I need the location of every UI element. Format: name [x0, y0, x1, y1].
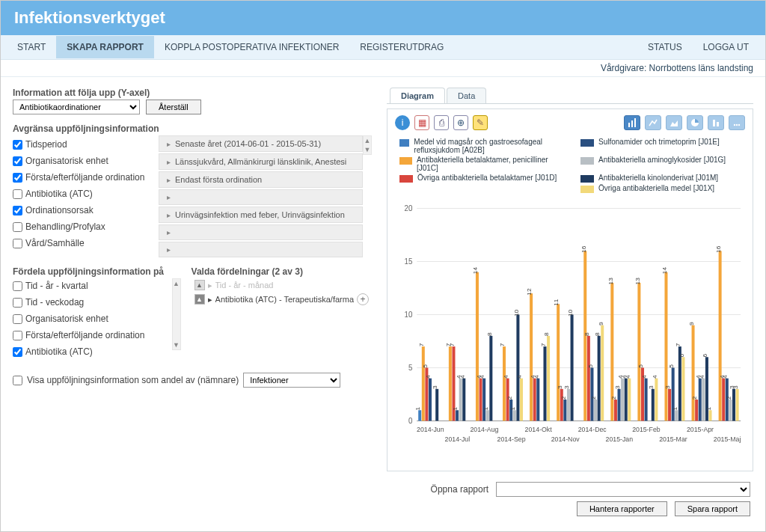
filter-accordion-item[interactable]: ▸: [159, 189, 363, 205]
andel-label: Visa uppföljningsinformation som andel a…: [27, 375, 239, 385]
filter-checkbox[interactable]: [13, 206, 22, 215]
svg-text:2014-Jun: 2014-Jun: [417, 426, 444, 433]
fordela-check-4[interactable]: Antibiotika (ATC): [13, 344, 169, 359]
edit-icon[interactable]: ✎: [473, 115, 488, 130]
provider-label: Vårdgivare: Norrbottens läns landsting: [1, 59, 765, 77]
svg-text:16: 16: [580, 245, 587, 253]
svg-text:4: 4: [426, 375, 432, 379]
fordela-scrollbar[interactable]: ▲ ▼: [172, 278, 181, 350]
filter-checkbox[interactable]: [13, 222, 22, 232]
filter-check-1[interactable]: Organisatorisk enhet: [13, 153, 159, 168]
filter-accordion-item[interactable]: ▸Senaste året (2014-06-01 - 2015-05-31): [159, 135, 363, 152]
save-report-button[interactable]: Spara rapport: [675, 501, 750, 516]
filter-accordion-item[interactable]: ▸Endast första ordination: [159, 171, 363, 188]
svg-rect-142: [699, 379, 702, 421]
svg-rect-103: [614, 400, 617, 421]
legend-swatch: [399, 157, 412, 165]
menu-koppla[interactable]: KOPPLA POSTOPERATIVA INFEKTIONER: [154, 36, 349, 58]
chart-more-icon[interactable]: [729, 115, 745, 130]
filter-label: Ordinationsorsak: [25, 205, 94, 215]
scroll-up-icon[interactable]: ▲: [364, 136, 371, 145]
print-icon[interactable]: ⎙: [434, 115, 449, 130]
zoom-icon[interactable]: ⊕: [453, 115, 468, 130]
reset-button[interactable]: Återställ: [146, 100, 201, 114]
fordela-check-2[interactable]: Organisatorisk enhet: [13, 311, 169, 326]
fordela-checkbox[interactable]: [13, 347, 22, 357]
svg-text:2014-Dec: 2014-Dec: [578, 426, 607, 433]
menu-status[interactable]: STATUS: [637, 36, 693, 58]
menu-start[interactable]: START: [7, 36, 56, 58]
andel-select[interactable]: Infektioner: [243, 373, 340, 388]
accordion-text: Länssjukvård, Allmänkirurgi länsklinik, …: [175, 157, 346, 166]
filter-accordion-item[interactable]: ▸: [159, 242, 363, 257]
filter-checkbox[interactable]: [13, 173, 22, 183]
fordela-check-1[interactable]: Tid - veckodag: [13, 295, 169, 310]
chart-line-icon[interactable]: [645, 115, 661, 130]
svg-text:5: 5: [587, 364, 594, 368]
svg-rect-61: [516, 314, 519, 421]
open-report-select[interactable]: [496, 482, 750, 497]
svg-rect-20: [418, 410, 421, 421]
fordela-checkbox[interactable]: [13, 281, 22, 291]
chevron-right-icon: ▸: [167, 193, 171, 201]
scroll-down-icon[interactable]: ▼: [173, 340, 180, 349]
chevron-right-icon: ▸: [167, 158, 171, 166]
fordela-checkbox[interactable]: [13, 314, 22, 324]
yaxis-select[interactable]: Antibiotikaordinationer: [13, 100, 140, 114]
filter-checkbox[interactable]: [13, 156, 22, 166]
filter-accordion-item[interactable]: ▸Länssjukvård, Allmänkirurgi länsklinik,…: [159, 153, 363, 170]
fordela-label: Antibiotika (ATC): [25, 346, 93, 357]
svg-text:8: 8: [544, 332, 551, 336]
move-up-icon[interactable]: ▲: [194, 294, 205, 305]
svg-text:3: 3: [564, 385, 571, 389]
filter-check-6[interactable]: Vård/Samhälle: [13, 236, 159, 251]
svg-text:5: 5: [638, 364, 645, 368]
menu-registerutdrag[interactable]: REGISTERUTDRAG: [349, 36, 454, 58]
chart-area-icon[interactable]: [666, 115, 682, 130]
chart-bar-icon[interactable]: [624, 115, 640, 130]
svg-rect-66: [530, 293, 533, 421]
svg-text:7: 7: [418, 343, 425, 346]
filter-accordion-item[interactable]: ▸Urinvägsinfektion med feber, Urinvägsin…: [159, 207, 363, 223]
filter-check-0[interactable]: Tidsperiod: [13, 137, 159, 152]
chart-stacked-icon[interactable]: [708, 115, 724, 130]
svg-text:1: 1: [453, 406, 459, 410]
menu-skapa-rapport[interactable]: SKAPA RAPPORT: [56, 36, 154, 58]
chart-pie-icon[interactable]: [687, 115, 703, 130]
svg-text:3: 3: [665, 385, 672, 389]
andel-checkbox[interactable]: [13, 376, 22, 385]
svg-text:2014-Jul: 2014-Jul: [445, 435, 471, 442]
scroll-down-icon[interactable]: ▼: [364, 145, 371, 154]
filter-checkbox[interactable]: [13, 239, 22, 248]
fordela-check-3[interactable]: Första/efterföljande ordination: [13, 328, 169, 343]
fordela-check-0[interactable]: Tid - år - kvartal: [13, 278, 169, 293]
svg-point-8: [738, 124, 740, 126]
add-icon[interactable]: +: [357, 293, 369, 305]
manage-reports-button[interactable]: Hantera rapporter: [577, 501, 667, 516]
svg-text:3: 3: [648, 385, 655, 389]
tab-diagram[interactable]: Diagram: [390, 88, 445, 103]
fordela-checkbox[interactable]: [13, 331, 22, 340]
fordela-label: Tid - år - kvartal: [25, 281, 88, 291]
filter-accordion-item[interactable]: ▸: [159, 224, 363, 240]
filter-checkbox[interactable]: [13, 140, 22, 150]
fordela-checkbox[interactable]: [13, 298, 22, 308]
svg-text:4: 4: [517, 375, 524, 379]
info-icon[interactable]: i: [395, 115, 410, 130]
filter-label: Första/efterföljande ordination: [25, 172, 144, 183]
filter-check-2[interactable]: Första/efterföljande ordination: [13, 170, 159, 185]
filter-checkbox[interactable]: [13, 189, 22, 199]
filter-check-3[interactable]: Antibiotika (ATC): [13, 186, 159, 201]
filter-check-4[interactable]: Ordinationsorsak: [13, 203, 159, 218]
svg-rect-35: [456, 410, 459, 421]
legend-swatch: [399, 139, 409, 147]
svg-text:6: 6: [678, 353, 685, 357]
svg-rect-5: [717, 122, 719, 126]
scroll-up-icon[interactable]: ▲: [173, 279, 180, 288]
filter-check-5[interactable]: Behandling/Profylax: [13, 219, 159, 234]
move-up-icon[interactable]: ▲: [194, 280, 205, 290]
menu-logout[interactable]: LOGGA UT: [693, 36, 759, 58]
tab-data[interactable]: Data: [447, 88, 486, 103]
filters-scrollbar[interactable]: ▲ ▼: [363, 135, 372, 155]
export-ppt-icon[interactable]: ▦: [414, 115, 429, 130]
